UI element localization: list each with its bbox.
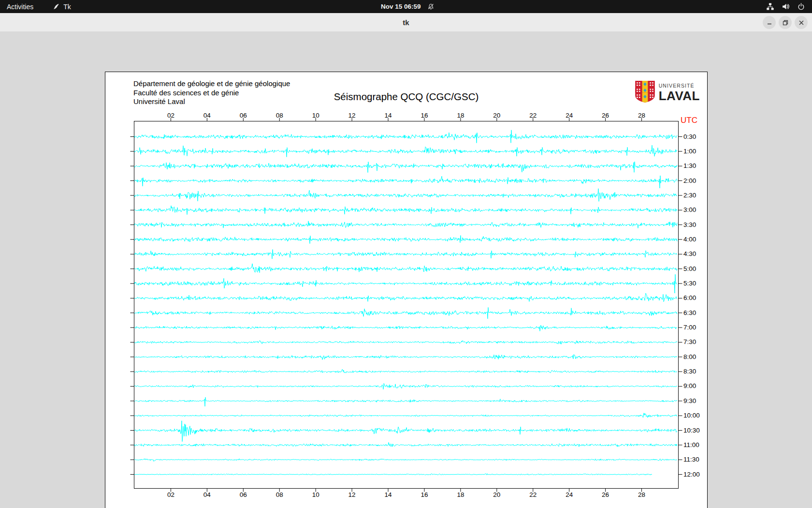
x-tick-label-top: 14 — [378, 112, 398, 119]
x-tick-label-bottom: 18 — [451, 491, 470, 498]
utc-time-label: 11:00 — [683, 441, 699, 449]
top-bar-left: Activities Tk — [0, 0, 75, 13]
x-tick-label-bottom: 14 — [378, 491, 398, 498]
x-tick-label-bottom: 28 — [632, 491, 652, 498]
x-tick-label-top: 02 — [161, 112, 180, 119]
system-status-area[interactable] — [766, 0, 805, 13]
clock-text: Nov 15 06:59 — [381, 3, 421, 10]
x-tick-label-top: 28 — [632, 112, 652, 119]
window-title: tk — [0, 13, 812, 31]
utc-time-label: 12:00 — [683, 471, 700, 478]
x-tick-label-top: 06 — [233, 112, 253, 119]
x-tick-label-top: 24 — [560, 112, 579, 119]
utc-time-label: 1:30 — [683, 162, 696, 170]
gnome-top-bar: Activities Tk Nov 15 06:59 — [0, 0, 812, 13]
utc-time-label: 11:30 — [683, 456, 699, 463]
x-tick-label-bottom: 16 — [415, 491, 434, 498]
x-tick-label-bottom: 26 — [596, 491, 615, 498]
x-tick-label-bottom: 20 — [487, 491, 507, 498]
restore-button[interactable] — [779, 16, 792, 29]
x-tick-label-top: 16 — [415, 112, 434, 119]
x-tick-label-bottom: 06 — [233, 491, 253, 498]
x-tick-label-top: 10 — [306, 112, 325, 119]
utc-time-label: 10:30 — [683, 427, 700, 434]
utc-time-label: 6:00 — [683, 294, 696, 302]
desktop: Activities Tk Nov 15 06:59 — [0, 0, 812, 508]
seismograph-canvas — [129, 116, 683, 493]
x-tick-label-bottom: 02 — [161, 491, 180, 498]
x-tick-label-top: 12 — [342, 112, 362, 119]
window-titlebar[interactable]: tk — [0, 13, 812, 32]
utc-time-label: 3:30 — [683, 221, 696, 229]
utc-time-label: 2:00 — [683, 177, 696, 185]
x-tick-label-bottom: 12 — [342, 491, 362, 498]
utc-time-label: 0:30 — [683, 133, 696, 141]
utc-time-label: 5:30 — [683, 280, 696, 287]
x-tick-label-top: 18 — [451, 112, 470, 119]
tk-app-label: Tk — [63, 3, 71, 11]
power-icon — [797, 2, 805, 11]
chart-title: Séismographe QCQ (CGC/GSC) — [105, 91, 707, 103]
activities-button[interactable]: Activities — [0, 0, 40, 13]
x-tick-label-top: 20 — [487, 112, 507, 119]
universite-laval-logo: UNIVERSITÉ LAVAL — [635, 80, 700, 105]
minimize-button[interactable] — [763, 16, 776, 29]
utc-axis-label: UTC — [681, 116, 697, 125]
utc-time-label: 1:00 — [683, 148, 696, 155]
utc-time-label: 6:30 — [683, 309, 696, 317]
utc-time-label: 8:00 — [683, 353, 696, 361]
wired-network-icon — [766, 2, 774, 11]
x-tick-label-bottom: 22 — [523, 491, 543, 498]
seismograph-panel: Département de géologie et de génie géol… — [105, 72, 708, 508]
tk-feather-icon — [53, 3, 60, 10]
tk-window-content: Département de géologie et de génie géol… — [0, 31, 812, 508]
utc-time-label: 7:00 — [683, 324, 696, 331]
tk-app-indicator[interactable]: Tk — [49, 0, 75, 13]
utc-time-label: 4:30 — [683, 250, 696, 258]
x-tick-label-top: 22 — [523, 112, 543, 119]
utc-time-label: 4:00 — [683, 236, 696, 243]
logo-laval: LAVAL — [659, 90, 700, 102]
utc-time-label: 8:30 — [683, 368, 696, 375]
laval-shield-icon — [635, 80, 655, 105]
x-tick-label-top: 04 — [197, 112, 217, 119]
utc-time-label: 9:00 — [683, 382, 696, 390]
x-tick-label-bottom: 04 — [197, 491, 217, 498]
org-line-1: Département de géologie et de génie géol… — [133, 79, 290, 89]
x-tick-label-bottom: 24 — [560, 491, 579, 498]
x-tick-label-bottom: 10 — [306, 491, 325, 498]
notifications-disabled-icon — [427, 3, 435, 10]
clock-button[interactable]: Nov 15 06:59 — [381, 0, 435, 13]
utc-time-label: 2:30 — [683, 192, 696, 199]
x-tick-label-top: 26 — [596, 112, 615, 119]
utc-time-label: 10:00 — [683, 412, 700, 419]
x-tick-label-bottom: 08 — [270, 491, 289, 498]
utc-time-label: 9:30 — [683, 397, 696, 405]
logo-universite: UNIVERSITÉ — [659, 83, 700, 89]
utc-time-label: 7:30 — [683, 338, 696, 346]
volume-icon — [782, 2, 790, 11]
utc-time-label: 3:00 — [683, 206, 696, 214]
close-button[interactable] — [795, 16, 808, 29]
x-tick-label-top: 08 — [270, 112, 289, 119]
laval-logo-text: UNIVERSITÉ LAVAL — [659, 83, 700, 102]
utc-time-label: 5:00 — [683, 265, 696, 273]
